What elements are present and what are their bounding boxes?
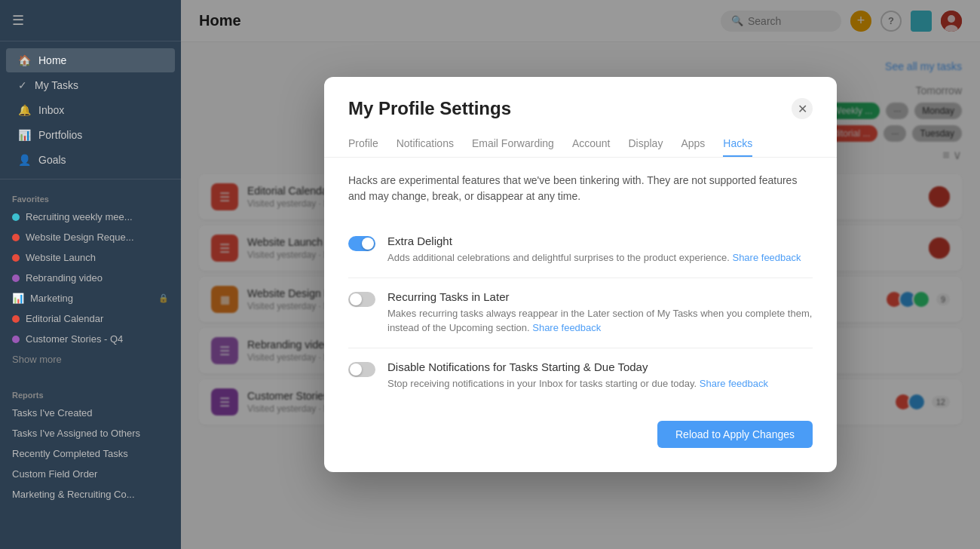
- goals-icon: 👤: [18, 154, 31, 166]
- sidebar-report-recently-completed[interactable]: Recently Completed Tasks: [0, 443, 181, 464]
- fav-dot-editorial: [12, 315, 20, 323]
- hacks-description: Hacks are experimental features that we'…: [348, 173, 813, 204]
- sidebar-item-mytasks[interactable]: ✓ My Tasks: [6, 73, 175, 97]
- sidebar-goals-label: Goals: [38, 154, 66, 166]
- sidebar-portfolios-label: Portfolios: [38, 129, 82, 141]
- sidebar: ☰ 🏠 Home ✓ My Tasks 🔔 Inbox 📊 Portfolios…: [0, 0, 181, 549]
- modal-header: My Profile Settings ✕: [324, 77, 837, 119]
- modal-footer: Reload to Apply Changes: [324, 403, 837, 448]
- hack-desc-recurring: Makes recurring tasks always reappear in…: [387, 306, 813, 336]
- modal-title: My Profile Settings: [348, 98, 511, 119]
- fav-customerstories-label: Customer Stories - Q4: [26, 333, 123, 345]
- feedback-link-extra-delight[interactable]: Share feedback: [732, 252, 801, 263]
- reload-button[interactable]: Reload to Apply Changes: [657, 421, 813, 448]
- hack-item-recurring: Recurring Tasks in Later Makes recurring…: [348, 278, 813, 348]
- fav-recruiting-label: Recruiting weekly mee...: [26, 211, 133, 222]
- tab-account[interactable]: Account: [572, 131, 611, 157]
- sidebar-report-marketing-recruiting[interactable]: Marketing & Recruiting Co...: [0, 484, 181, 505]
- chart-icon: 📊: [12, 293, 24, 304]
- modal-overlay[interactable]: My Profile Settings ✕ Profile Notificati…: [181, 0, 980, 549]
- show-more-link[interactable]: Show more: [0, 349, 181, 370]
- sidebar-reports-section: Reports Tasks I've Created Tasks I've As…: [0, 376, 181, 511]
- hack-item-disable-notifs: Disable Notifications for Tasks Starting…: [348, 348, 813, 403]
- sidebar-mytasks-label: My Tasks: [35, 79, 78, 91]
- hack-toggle-disable-notifs[interactable]: [348, 362, 375, 377]
- hack-content-recurring: Recurring Tasks in Later Makes recurring…: [387, 290, 813, 336]
- profile-settings-modal: My Profile Settings ✕ Profile Notificati…: [324, 77, 837, 472]
- tab-hacks[interactable]: Hacks: [723, 131, 752, 157]
- hack-title-recurring: Recurring Tasks in Later: [387, 290, 813, 303]
- main-content: Home 🔍 Search + ? See all my tasks Tomor…: [181, 0, 980, 549]
- feedback-link-recurring[interactable]: Share feedback: [532, 322, 601, 333]
- feedback-link-disable-notifs[interactable]: Share feedback: [700, 378, 768, 389]
- fav-dot-customerstories: [12, 336, 20, 343]
- sidebar-fav-customerstories[interactable]: Customer Stories - Q4: [0, 329, 181, 349]
- fav-dot-rebranding: [12, 274, 20, 282]
- sidebar-item-inbox[interactable]: 🔔 Inbox: [6, 98, 175, 122]
- modal-close-button[interactable]: ✕: [792, 98, 813, 119]
- fav-dot-recruiting: [12, 213, 20, 221]
- fav-dot-websitedesign: [12, 234, 20, 241]
- sidebar-inbox-label: Inbox: [38, 104, 64, 116]
- bell-icon: 🔔: [18, 104, 31, 116]
- hack-content-disable-notifs: Disable Notifications for Tasks Starting…: [387, 360, 813, 391]
- sidebar-fav-recruiting[interactable]: Recruiting weekly mee...: [0, 207, 181, 227]
- sidebar-report-custom-field[interactable]: Custom Field Order: [0, 464, 181, 484]
- sidebar-header: ☰: [0, 0, 181, 41]
- hack-title-disable-notifs: Disable Notifications for Tasks Starting…: [387, 360, 813, 373]
- lock-icon: 🔒: [158, 293, 169, 303]
- sidebar-fav-marketing[interactable]: 📊 Marketing 🔒: [0, 288, 181, 308]
- sidebar-report-tasks-created[interactable]: Tasks I've Created: [0, 403, 181, 423]
- sidebar-fav-editorial[interactable]: Editorial Calendar: [0, 308, 181, 329]
- tab-profile[interactable]: Profile: [348, 131, 378, 157]
- hamburger-icon[interactable]: ☰: [12, 12, 24, 29]
- hack-desc-extra-delight: Adds additional celebrations and delight…: [387, 250, 813, 265]
- hack-item-extra-delight: Extra Delight Adds additional celebratio…: [348, 222, 813, 278]
- sidebar-fav-rebranding[interactable]: Rebranding video: [0, 268, 181, 288]
- fav-marketing-label: Marketing: [30, 293, 73, 304]
- hack-title-extra-delight: Extra Delight: [387, 235, 813, 247]
- sidebar-fav-websitelaunch[interactable]: Website Launch: [0, 247, 181, 268]
- sidebar-report-tasks-assigned[interactable]: Tasks I've Assigned to Others: [0, 423, 181, 443]
- sidebar-nav: 🏠 Home ✓ My Tasks 🔔 Inbox 📊 Portfolios 👤…: [0, 41, 181, 179]
- sidebar-item-home[interactable]: 🏠 Home: [6, 48, 175, 72]
- sidebar-fav-websitedesign[interactable]: Website Design Reque...: [0, 227, 181, 247]
- hack-desc-text-disable-notifs: Stop receiving notifications in your Inb…: [387, 378, 697, 389]
- tab-apps[interactable]: Apps: [681, 131, 705, 157]
- tab-email-forwarding[interactable]: Email Forwarding: [472, 131, 554, 157]
- portfolios-icon: 📊: [18, 129, 31, 141]
- tab-notifications[interactable]: Notifications: [397, 131, 454, 157]
- hack-toggle-recurring[interactable]: [348, 292, 375, 307]
- fav-websitelaunch-label: Website Launch: [26, 252, 96, 263]
- tab-display[interactable]: Display: [628, 131, 663, 157]
- sidebar-item-goals[interactable]: 👤 Goals: [6, 148, 175, 172]
- fav-dot-websitelaunch: [12, 254, 20, 262]
- hack-toggle-extra-delight[interactable]: [348, 236, 375, 251]
- hack-content-extra-delight: Extra Delight Adds additional celebratio…: [387, 235, 813, 265]
- check-icon: ✓: [18, 79, 27, 91]
- hack-desc-disable-notifs: Stop receiving notifications in your Inb…: [387, 376, 813, 391]
- sidebar-home-label: Home: [38, 54, 66, 66]
- modal-tabs: Profile Notifications Email Forwarding A…: [324, 119, 837, 158]
- modal-body: Hacks are experimental features that we'…: [324, 158, 837, 403]
- fav-websitedesign-label: Website Design Reque...: [26, 232, 134, 243]
- favorites-label: Favorites: [0, 186, 181, 207]
- hack-desc-text-extra-delight: Adds additional celebrations and delight…: [387, 252, 730, 263]
- home-icon: 🏠: [18, 54, 31, 66]
- fav-editorial-label: Editorial Calendar: [26, 313, 103, 324]
- fav-rebranding-label: Rebranding video: [26, 272, 103, 284]
- sidebar-favorites-section: Favorites Recruiting weekly mee... Websi…: [0, 179, 181, 376]
- reports-label: Reports: [0, 382, 181, 403]
- sidebar-item-portfolios[interactable]: 📊 Portfolios: [6, 123, 175, 147]
